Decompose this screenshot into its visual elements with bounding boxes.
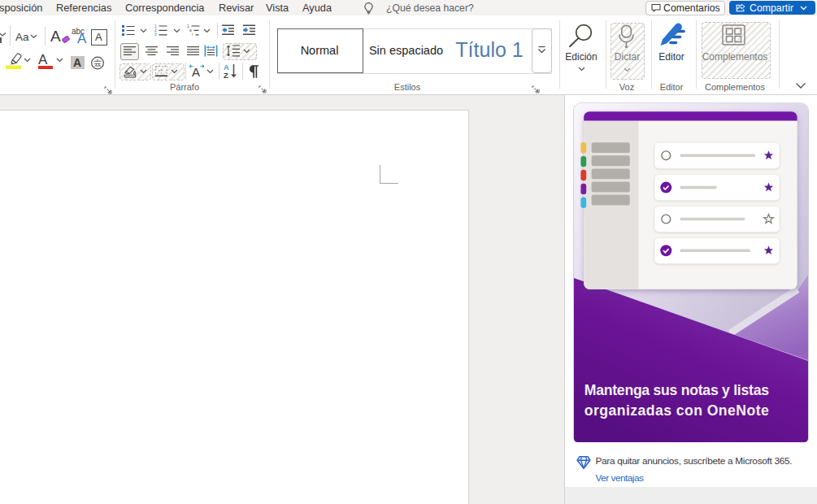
svg-text:i: i	[192, 33, 193, 37]
svg-text:Mantenga sus notas y listas: Mantenga sus notas y listas	[585, 382, 769, 398]
svg-text:2: 2	[154, 28, 157, 33]
svg-text:1: 1	[154, 24, 157, 28]
svg-text:organizadas con OneNote: organizadas con OneNote	[585, 402, 769, 419]
svg-text:Z: Z	[224, 71, 228, 79]
svg-text:A: A	[192, 65, 200, 79]
svg-text:A: A	[224, 63, 229, 72]
svg-text:3: 3	[154, 33, 157, 37]
svg-text:a: a	[189, 28, 192, 33]
svg-text:1: 1	[187, 24, 189, 28]
